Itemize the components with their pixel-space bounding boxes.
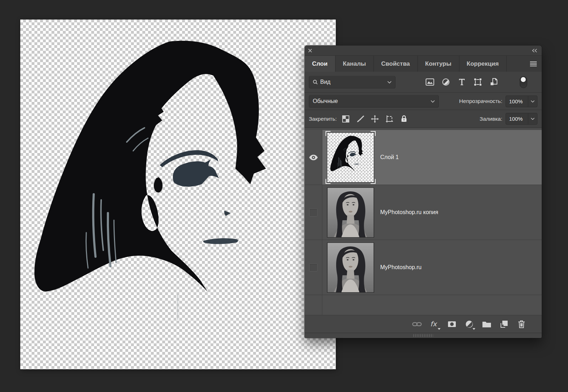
selection-bracket — [326, 179, 331, 184]
visibility-checkbox[interactable] — [309, 208, 317, 217]
thumbnail-art — [327, 133, 374, 182]
layers-list: Слой 1 MyPhotoshop.ru копия — [305, 128, 542, 315]
layers-panel: Слои Каналы Свойства Контуры Коррекция В… — [305, 45, 542, 338]
visibility-cell[interactable] — [305, 185, 322, 240]
chevron-down-icon — [387, 81, 392, 83]
fill-label: Заливка: — [480, 116, 502, 122]
layer-thumbnail[interactable] — [327, 132, 374, 183]
delete-layer-icon[interactable] — [517, 320, 526, 329]
group-layers-icon[interactable] — [482, 320, 491, 329]
panel-resize-grip[interactable] — [305, 333, 542, 338]
filter-smart-object-icon[interactable] — [489, 78, 498, 86]
layer-name[interactable]: MyPhotoshop.ru копия — [380, 209, 438, 216]
eye-icon[interactable] — [309, 154, 318, 160]
mini-arrow-icon — [473, 328, 475, 330]
close-icon[interactable] — [308, 49, 312, 53]
blend-mode-select[interactable]: Обычные — [309, 95, 439, 108]
filter-toggle[interactable] — [520, 76, 527, 88]
filter-select-value: Вид — [320, 79, 331, 85]
filter-image-icon[interactable] — [425, 78, 435, 86]
link-layers-icon[interactable] — [412, 320, 422, 329]
fill-value[interactable]: 100% — [506, 113, 528, 124]
layer-main[interactable]: Слой 1 — [322, 130, 542, 185]
opacity-dropdown-button[interactable] — [528, 96, 537, 107]
search-icon — [313, 80, 318, 85]
chevron-down-icon — [531, 100, 535, 103]
lock-label: Закрепить: — [309, 116, 337, 122]
new-layer-icon[interactable] — [499, 320, 509, 329]
layer-mask-icon[interactable] — [447, 320, 457, 329]
collapse-panel-icon[interactable] — [532, 49, 537, 53]
empty-layer-slot — [305, 295, 542, 315]
tab-label: Свойства — [381, 60, 410, 67]
visibility-cell[interactable] — [305, 130, 322, 185]
opacity-value[interactable]: 100% — [506, 96, 528, 107]
layer-main[interactable]: MyPhotoshop.ru копия — [322, 185, 542, 240]
layer-name[interactable]: Слой 1 — [380, 154, 399, 160]
tab-label: Коррекция — [467, 60, 499, 67]
layer-row[interactable]: Слой 1 — [305, 130, 542, 185]
layer-name[interactable]: MyPhotoshop.ru — [380, 264, 422, 271]
tab-label: Каналы — [343, 60, 366, 67]
desktop: { "panel": { "tabs": [ {"label": "Слои",… — [0, 0, 568, 392]
panel-bottom-toolbar: fx — [305, 315, 542, 333]
layer-thumbnail[interactable] — [327, 243, 374, 293]
layer-row[interactable]: MyPhotoshop.ru копия — [305, 185, 542, 240]
blend-row: Обычные Непрозрачность: 100% — [305, 93, 542, 110]
tab-active-слои[interactable]: Слои — [305, 56, 335, 72]
panel-titlebar — [305, 45, 542, 56]
layer-main — [322, 295, 542, 315]
lock-position-icon[interactable] — [371, 115, 379, 123]
mini-arrow-icon — [438, 328, 441, 330]
filter-adjustment-icon[interactable] — [441, 78, 450, 86]
fill-control[interactable]: 100% — [506, 113, 537, 125]
selection-bracket — [326, 131, 331, 136]
visibility-cell — [305, 295, 322, 315]
layer-main[interactable]: MyPhotoshop.ru — [322, 240, 542, 295]
filter-kind-buttons — [425, 78, 498, 86]
lock-transparency-icon[interactable] — [342, 115, 350, 123]
lock-buttons — [342, 115, 408, 123]
lock-pixels-icon[interactable] — [356, 115, 365, 123]
svg-text:fx: fx — [430, 320, 438, 328]
lock-all-icon[interactable] — [400, 115, 408, 123]
fill-dropdown-button[interactable] — [528, 113, 537, 124]
filter-type-icon[interactable] — [457, 78, 466, 86]
filter-row: Вид — [305, 72, 542, 93]
selection-bracket — [371, 179, 376, 184]
layer-style-icon[interactable]: fx — [430, 320, 439, 329]
filter-type-select[interactable]: Вид — [309, 76, 395, 88]
blend-mode-value: Обычные — [313, 98, 338, 104]
tab-свойства[interactable]: Свойства — [374, 56, 418, 72]
tabs-spacer — [507, 56, 542, 72]
tab-label: Слои — [312, 60, 328, 67]
lock-artboard-icon[interactable] — [386, 115, 394, 123]
panel-tabs: Слои Каналы Свойства Контуры Коррекция — [305, 56, 542, 72]
tab-контуры[interactable]: Контуры — [418, 56, 459, 72]
layer-thumbnail[interactable] — [327, 187, 374, 238]
chevron-down-icon — [431, 100, 435, 103]
thumbnail-art — [327, 188, 374, 237]
tab-label: Контуры — [425, 60, 452, 67]
opacity-label: Непрозрачность: — [459, 98, 502, 104]
tab-коррекция[interactable]: Коррекция — [459, 56, 507, 72]
panel-menu-icon[interactable] — [530, 61, 537, 66]
visibility-checkbox[interactable] — [309, 263, 317, 272]
thumbnail-art — [327, 243, 374, 292]
document-canvas[interactable] — [20, 20, 336, 369]
chevron-down-icon — [531, 118, 535, 120]
toggle-ball — [521, 77, 526, 82]
grip-dashes — [413, 334, 433, 337]
lock-row: Закрепить: Заливка: 100% — [305, 110, 542, 128]
opacity-control[interactable]: 100% — [506, 96, 537, 107]
filter-shape-icon[interactable] — [473, 78, 482, 86]
visibility-cell[interactable] — [305, 240, 322, 295]
selection-bracket — [371, 131, 376, 136]
stencil-artwork — [20, 20, 336, 369]
layer-row[interactable]: MyPhotoshop.ru — [305, 240, 542, 295]
adjustment-layer-icon[interactable] — [464, 320, 474, 329]
tab-каналы[interactable]: Каналы — [335, 56, 374, 72]
